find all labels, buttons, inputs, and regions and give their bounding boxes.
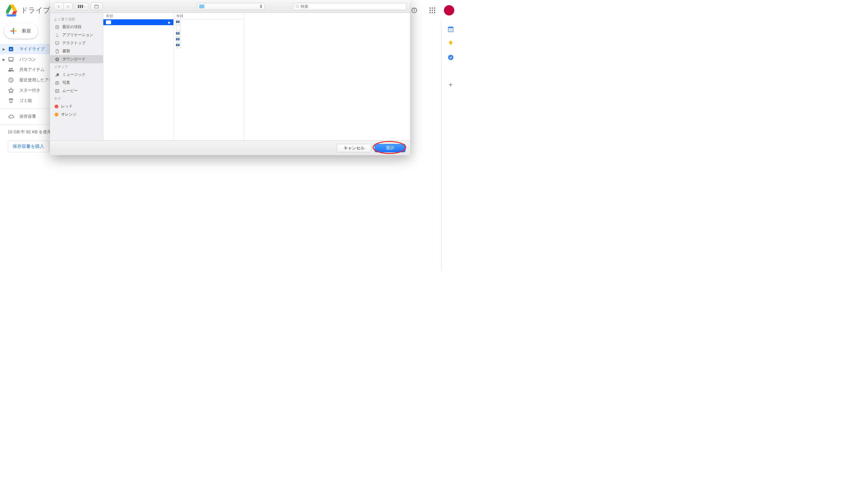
sidebar-tag-orange[interactable]: オレンジ — [50, 110, 103, 119]
photos-icon — [55, 80, 60, 86]
desktop-icon — [55, 41, 60, 46]
word-doc-icon — [176, 43, 181, 48]
svg-text:31: 31 — [449, 29, 452, 31]
column-header: 今日 — [103, 13, 173, 19]
finder-sidebar: よく使う項目 最近の項目 アプリケーション デスクトップ 書類 ダウンロード — [50, 13, 103, 140]
column-3 — [244, 13, 410, 140]
svg-rect-7 — [13, 30, 14, 31]
sidebar-movies[interactable]: ムービー — [50, 87, 103, 95]
svg-rect-6 — [11, 30, 13, 31]
search-input[interactable] — [301, 4, 404, 9]
file-row[interactable] — [174, 31, 244, 37]
svg-rect-18 — [94, 5, 99, 8]
cancel-button[interactable]: キャンセル — [337, 144, 371, 152]
column-view-button[interactable]: ⌄ — [75, 3, 88, 10]
tasks-icon[interactable] — [448, 54, 454, 61]
back-button[interactable]: ‹ — [54, 3, 63, 10]
computers-icon — [8, 56, 14, 62]
word-doc-icon — [176, 37, 181, 42]
folder-row[interactable]: ▶ — [103, 19, 173, 25]
buy-storage-button[interactable]: 保存容量を購入 — [8, 141, 49, 152]
shared-icon — [8, 67, 14, 73]
svg-rect-12 — [448, 27, 453, 28]
account-avatar[interactable] — [444, 5, 454, 16]
new-button[interactable]: 新規 — [4, 23, 38, 39]
folder-path-select[interactable]: ▲▼ — [197, 3, 265, 10]
recent-icon — [55, 24, 60, 30]
column-header: 今日 — [174, 13, 244, 19]
word-doc-icon — [176, 20, 181, 25]
group-button[interactable] — [91, 3, 102, 10]
svg-rect-4 — [14, 30, 17, 31]
nav-label: マイドライブ — [19, 46, 45, 52]
add-panel-icon[interactable]: + — [449, 81, 453, 89]
drive-logo-icon — [5, 4, 18, 17]
nav-label: パソコン — [19, 56, 36, 62]
recent-icon — [8, 77, 14, 83]
nav-label: 保存容量 — [19, 113, 36, 120]
sidebar-desktop[interactable]: デスクトップ — [50, 39, 103, 47]
svg-point-28 — [56, 82, 58, 84]
svg-rect-16 — [80, 5, 81, 8]
side-panel: 31 + — [441, 21, 459, 271]
sidebar-downloads[interactable]: ダウンロード — [50, 55, 103, 63]
sidebar-photos[interactable]: 写真 — [50, 79, 103, 87]
sidebar-documents[interactable]: 書類 — [50, 47, 103, 55]
cloud-icon — [8, 113, 14, 120]
svg-rect-29 — [55, 89, 59, 92]
tag-red-icon — [55, 105, 58, 108]
finder-columns: 今日 ▶ 今日 — [103, 13, 410, 140]
search-field[interactable] — [293, 3, 406, 10]
caret-icon: ▶ — [3, 58, 5, 61]
svg-rect-8 — [9, 57, 13, 60]
svg-point-14 — [448, 55, 453, 60]
forward-button[interactable]: › — [63, 3, 72, 10]
svg-rect-17 — [82, 5, 83, 8]
file-row[interactable] — [174, 25, 244, 31]
sidebar-tag-red[interactable]: レッド — [50, 102, 103, 110]
nav-buttons: ‹ › — [54, 3, 73, 10]
svg-rect-5 — [13, 32, 14, 34]
star-icon — [8, 87, 14, 94]
sidebar-applications[interactable]: アプリケーション — [50, 31, 103, 39]
tags-header: タグ — [50, 95, 103, 102]
favorites-header: よく使う項目 — [50, 16, 103, 23]
file-row[interactable] — [174, 19, 244, 25]
doc-icon — [176, 25, 181, 31]
sidebar-music[interactable]: ミュージック — [50, 71, 103, 79]
sidebar-recent[interactable]: 最近の項目 — [50, 23, 103, 31]
file-row[interactable] — [174, 37, 244, 42]
caret-icon: ▶ — [3, 48, 5, 51]
mydrive-icon — [8, 46, 14, 52]
media-header: メディア — [50, 63, 103, 71]
apps-icon[interactable] — [426, 4, 439, 17]
drive-logo[interactable]: ドライブ — [5, 4, 50, 17]
finder-toolbar: ‹ › ⌄ ▲▼ — [50, 0, 410, 13]
svg-rect-15 — [78, 5, 79, 8]
downloads-icon — [55, 57, 60, 62]
movies-icon — [55, 88, 60, 94]
folder-icon — [199, 4, 204, 8]
file-picker-dialog: ‹ › ⌄ ▲▼ よく使う項目 最近の — [50, 0, 410, 155]
plus-icon — [9, 26, 18, 36]
svg-rect-27 — [55, 82, 59, 84]
drive-title: ドライブ — [21, 5, 50, 15]
applications-icon — [55, 33, 60, 38]
music-icon — [55, 72, 60, 77]
column-1: 今日 ▶ — [103, 13, 174, 140]
documents-icon — [55, 49, 60, 54]
keep-icon[interactable] — [448, 40, 454, 47]
file-row[interactable] — [174, 42, 244, 49]
trash-icon — [8, 97, 14, 104]
word-doc-icon — [176, 31, 181, 36]
svg-point-2 — [414, 9, 415, 10]
updown-icon: ▲▼ — [260, 4, 262, 9]
svg-point-19 — [296, 5, 298, 7]
search-icon — [295, 4, 299, 8]
svg-rect-3 — [13, 28, 14, 31]
nav-label: 共有アイテム — [19, 67, 45, 73]
view-buttons: ⌄ — [75, 3, 88, 10]
tag-orange-icon — [55, 113, 58, 116]
choose-button[interactable]: 選択 — [374, 144, 405, 152]
calendar-icon[interactable]: 31 — [448, 26, 454, 32]
